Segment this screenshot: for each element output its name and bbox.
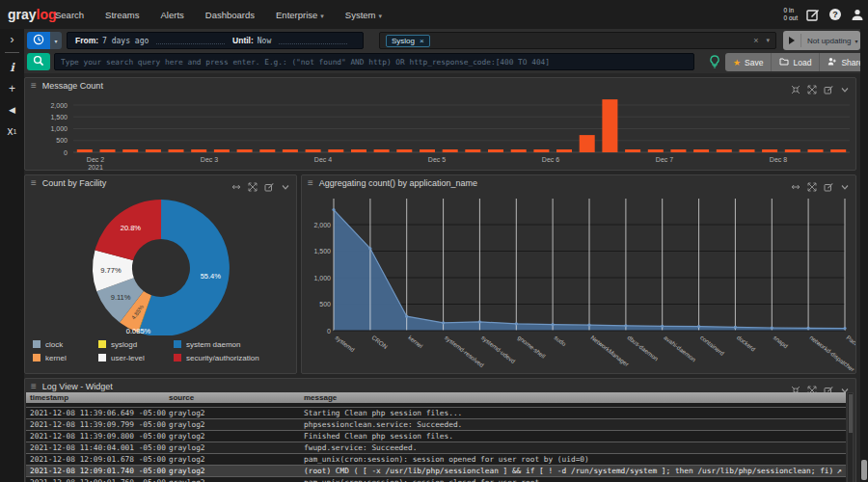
table-scrollbar[interactable] (847, 392, 854, 482)
user-icon[interactable] (851, 8, 864, 21)
until-value[interactable]: Now (258, 37, 271, 45)
arrows-h-icon[interactable] (791, 178, 800, 188)
chip-close-icon[interactable]: × (420, 37, 424, 45)
sidebar-add-icon[interactable]: + (0, 78, 24, 99)
arrows-h-icon[interactable] (231, 178, 241, 188)
legend-swatch (33, 340, 41, 348)
edit-icon[interactable] (824, 382, 833, 391)
page-scrollbar[interactable] (860, 29, 868, 482)
legend-item-user-level[interactable]: user-level (98, 351, 174, 364)
sidebar-info-icon[interactable]: i (0, 57, 24, 78)
select-caret-icon[interactable]: ▾ (766, 37, 770, 44)
edit-icon[interactable] (824, 178, 833, 188)
nav-item-system[interactable]: System▾ (345, 10, 382, 20)
cell-source: graylog2 (169, 455, 205, 464)
nav-item-dashboards[interactable]: Dashboards (205, 10, 255, 20)
svg-text:NetworkManager: NetworkManager (589, 334, 631, 368)
column-header-message[interactable]: message (304, 393, 832, 402)
table-scrollbar-thumb[interactable] (849, 394, 853, 433)
stream-chip-label: Syslog (392, 37, 415, 45)
throughput-counter: 0 in 0 out (784, 7, 798, 22)
legend-item-clock[interactable]: clock (33, 337, 98, 351)
select-clear-icon[interactable]: × (753, 36, 758, 45)
svg-text:Dec 6: Dec 6 (542, 156, 559, 163)
cell-timestamp: 2021-12-08 12:09:01.740 -05:00 (30, 467, 166, 475)
nav-item-enterprise[interactable]: Enterprise▾ (276, 10, 324, 20)
arrows-expand-icon[interactable] (807, 81, 817, 91)
svg-text:snapd: snapd (772, 334, 790, 350)
cell-timestamp: 2021-12-08 12:09:01.678 -05:00 (30, 455, 166, 464)
search-submit-button[interactable] (27, 53, 50, 70)
from-label: From: (75, 36, 98, 45)
sidebar-highlight-icon[interactable]: ◀ (0, 99, 24, 120)
arrows-in-icon[interactable] (791, 382, 800, 391)
svg-text:Dec 8: Dec 8 (770, 156, 787, 163)
graylog-logo[interactable]: graylog (8, 7, 57, 22)
svg-text:55.4%: 55.4% (201, 272, 222, 281)
widget-message-count: ≡ Message Count 05001,0001,5002,000Dec 2… (24, 77, 856, 171)
arrows-expand-icon[interactable] (807, 178, 817, 188)
caret-down-icon: ▾ (379, 13, 383, 19)
page-scrollbar-thumb[interactable] (861, 460, 867, 480)
caret-down-icon[interactable] (281, 178, 290, 188)
svg-text:1,000: 1,000 (50, 125, 68, 132)
caret-down-icon[interactable] (840, 178, 850, 188)
legend-item-system-daemon[interactable]: system daemon (174, 337, 259, 351)
svg-text:20.8%: 20.8% (121, 224, 142, 232)
svg-text:Dec 2: Dec 2 (87, 156, 104, 163)
svg-text:dockerd: dockerd (736, 334, 757, 353)
legend-item-security-authorization[interactable]: security/authorization (174, 351, 259, 364)
arrows-in-icon[interactable] (791, 81, 800, 91)
refresh-label: Not updating (807, 37, 851, 45)
sidebar-expand-chevron-icon[interactable]: › (0, 29, 24, 50)
from-value[interactable]: 7 days ago (102, 37, 149, 45)
nav-item-streams[interactable]: Streams (105, 10, 139, 20)
caret-down-icon[interactable] (840, 81, 850, 91)
refresh-button[interactable]: Not updating ▾ (783, 31, 860, 50)
drag-handle-icon[interactable]: ≡ (31, 81, 37, 91)
drag-handle-icon[interactable]: ≡ (31, 178, 37, 188)
edit-icon[interactable] (824, 81, 833, 91)
timerange-type-button[interactable] (27, 32, 50, 49)
log-row[interactable]: 2021-12-08 11:40:04.001 -05:00 graylog2 … (26, 442, 846, 454)
top-navbar: graylog SearchStreamsAlertsDashboardsEnt… (0, 0, 868, 29)
log-row[interactable]: 2021-12-08 11:39:09.799 -05:00 graylog2 … (26, 419, 846, 431)
application-name-area-chart: 5001,0001,5002,0000systemdCRONkernelsyst… (302, 189, 855, 373)
log-row[interactable]: 2021-12-08 11:39:06.649 -05:00 graylog2 … (26, 408, 846, 419)
caret-down-icon[interactable] (840, 382, 850, 391)
legend-item-syslogd[interactable]: syslogd (98, 337, 174, 351)
timerange-bar[interactable]: From: 7 days ago Until: Now (67, 32, 364, 49)
column-header-timestamp[interactable]: timestamp (30, 393, 68, 402)
edit-icon[interactable] (264, 178, 274, 188)
sidebar-fields-icon[interactable]: x1 (0, 120, 24, 142)
caret-down-icon: ▾ (320, 13, 324, 19)
column-header-source[interactable]: source (169, 393, 194, 402)
help-icon[interactable]: ? (828, 8, 842, 21)
drag-handle-icon[interactable]: ≡ (308, 178, 313, 188)
legend-swatch (98, 354, 106, 362)
nav-item-search[interactable]: Search (55, 10, 84, 20)
stream-chip-syslog[interactable]: Syslog × (386, 35, 430, 47)
expand-row-icon[interactable]: ↗ (837, 466, 842, 475)
facility-donut-chart: 55.4%0.085%4.85%9.11%9.77%20.8% (25, 189, 296, 335)
log-row[interactable]: 2021-12-08 12:09:01.678 -05:00 graylog2 … (26, 454, 846, 466)
save-button[interactable]: ★Save (725, 53, 772, 71)
search-query-input[interactable] (54, 53, 694, 70)
cell-timestamp: 2021-12-08 11:39:09.799 -05:00 (30, 420, 166, 429)
drag-handle-icon[interactable]: ≡ (31, 382, 37, 391)
lightbulb-icon[interactable] (709, 55, 720, 68)
log-row[interactable]: 2021-12-08 12:09:01.760 -05:00 graylog2 … (26, 477, 846, 482)
load-button[interactable]: Load (772, 53, 820, 71)
edit-icon[interactable] (806, 8, 820, 21)
svg-text:Dec 3: Dec 3 (201, 156, 218, 163)
widget-title: Count by Facility (42, 178, 107, 188)
legend-item-kernel[interactable]: kernel (33, 351, 98, 364)
arrows-expand-icon[interactable] (807, 382, 817, 391)
widget-title: Aggregating count() by application_name (319, 178, 477, 188)
log-row[interactable]: 2021-12-08 11:39:09.800 -05:00 graylog2 … (26, 431, 846, 442)
nav-item-alerts[interactable]: Alerts (160, 10, 183, 20)
timerange-caret-button[interactable]: ▾ (50, 32, 62, 49)
stream-select[interactable]: Syslog × × ▾ (379, 32, 776, 49)
arrows-expand-icon[interactable] (248, 178, 258, 188)
log-row[interactable]: 2021-12-08 12:09:01.740 -05:00 graylog2 … (26, 466, 846, 477)
